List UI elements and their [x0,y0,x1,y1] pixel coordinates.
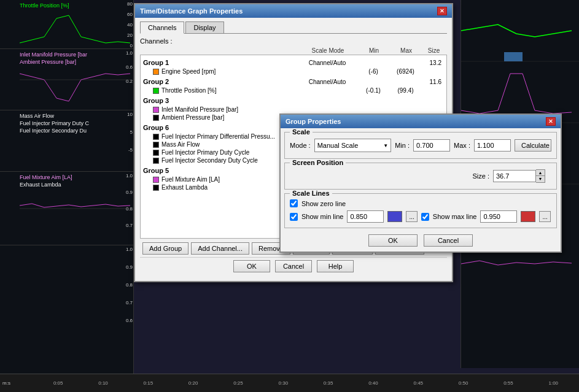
group-1-header: Group 1 Channel/Auto 13.2 [143,58,444,67]
td-dialog-close-button[interactable]: ✕ [437,7,447,15]
channel-name-fuel-mixture-aim: Fuel Mixture Aim [LA] [161,176,220,183]
calculate-button[interactable]: Calculate [515,139,551,152]
channel-color-ambient-pressure [153,115,159,121]
group-2-header: Group 2 Channel/Auto 11.6 [143,77,444,86]
max-line-value-input[interactable] [480,210,517,223]
show-max-line-checkbox[interactable] [421,213,429,221]
tick-2: 0:15 [144,380,153,386]
gp-dialog-close-button[interactable]: ✕ [546,117,556,126]
channel-min-engine-speed: (-6) [358,68,389,75]
show-zero-line-row: Show zero line [290,198,551,209]
tab-container: Channels Display [140,21,447,34]
tick-5: 0:30 [279,380,289,386]
channel-color-fuel-injector-diff [153,134,159,140]
max-line-color-button[interactable] [521,211,535,222]
channel-engine-speed[interactable]: Engine Speed [rpm] (-6) (6924) [143,67,444,75]
min-label: Min : [395,142,410,149]
max-input[interactable] [474,139,511,152]
td-dialog-titlebar: Time/Distance Graph Properties ✕ [135,4,452,18]
tab-display[interactable]: Display [185,21,223,33]
show-min-line-checkbox[interactable] [290,213,298,221]
scale-mode-row: Mode : Manual Scale ▼ Min : Max : Calcul… [290,136,551,155]
scale-lines-section: Scale Lines Show zero line Show min line… [284,193,557,228]
add-channel-button[interactable]: Add Channel... [191,242,249,255]
size-label: Size : [472,172,489,180]
channel-name-exhaust-lambda: Exhaust Lambda [161,184,208,191]
channel-name-fuel-injector-diff: Fuel Injector Primary Differential Press… [161,133,275,140]
mode-dropdown-value: Manual Scale [317,142,359,149]
tick-0: 0:05 [53,380,63,386]
group-3-name: Group 3 [143,97,297,104]
header-scale-mode: Scale Mode [297,47,359,54]
min-input[interactable] [413,139,450,152]
group-1-size: 13.2 [422,60,444,66]
size-input[interactable] [493,170,536,182]
tick-1: 0:10 [98,380,108,386]
size-up-button[interactable]: ▲ [536,170,545,176]
gp-ok-button[interactable]: OK [368,234,418,247]
max-line-dots-button[interactable]: ... [539,211,550,222]
size-down-button[interactable]: ▼ [536,176,545,182]
show-min-line-label: Show min line [301,213,343,220]
add-group-button[interactable]: Add Group [142,242,188,255]
min-line-dots-button[interactable]: ... [406,211,417,222]
gp-dialog-titlebar: Group Properties ✕ [281,115,561,128]
gp-cancel-button[interactable]: Cancel [424,234,473,247]
channel-color-exhaust-lambda [153,185,159,191]
td-dialog-footer: OK Cancel Help [140,257,447,277]
channel-min-throttle: (-0.1) [358,87,389,94]
td-dialog-title: Time/Distance Graph Properties [140,7,243,15]
header-min: Min [359,47,389,54]
group-2-name: Group 2 [143,78,297,85]
mass-air-flow-label: Mass Air Flow [20,113,54,119]
channel-max-engine-speed: (6924) [389,68,422,75]
throttle-chart [20,0,130,49]
svg-rect-5 [504,52,523,61]
channel-color-throttle [153,88,159,94]
tab-channels[interactable]: Channels [140,21,184,34]
channel-color-engine-speed [153,69,159,75]
group-6-name: Group 6 [143,124,297,131]
fuel-injector-secondary-duty-label: Fuel Injector Secondary Du [20,128,87,134]
channel-name-throttle: Throttle Position [%] [161,87,358,94]
group-3-header: Group 3 [143,96,444,106]
fuel-mixture-chart [20,172,130,245]
channel-color-fuel-mixture-aim [153,177,159,183]
td-help-button[interactable]: Help [317,260,354,272]
timeline-label: m:s [0,380,17,386]
td-ok-button[interactable]: OK [233,260,270,272]
group-2-size: 11.6 [422,79,444,85]
group-1-scale: Channel/Auto [297,60,358,66]
channel-color-mass-air-flow [153,142,159,148]
gp-dialog-footer: OK Cancel [281,232,561,252]
channel-color-fuel-injector-secondary-duty [153,158,159,164]
channel-color-inlet-manifold [153,107,159,113]
mode-dropdown[interactable]: Manual Scale ▼ [314,139,392,152]
show-zero-line-label: Show zero line [301,200,346,207]
gp-dialog-title: Group Properties [286,118,341,125]
fuel-injector-primary-duty-label: Fuel Injector Primary Duty C [20,120,89,126]
channel-color-fuel-injector-primary-duty [153,150,159,156]
tick-6: 0:35 [324,380,333,386]
channel-name-fuel-injector-primary-duty: Fuel Injector Primary Duty Cycle [161,149,249,156]
channel-inlet-manifold[interactable]: Inlet Manifold Pressure [bar] [143,106,444,113]
screen-position-title: Screen Position [290,159,346,166]
tick-7: 0:40 [368,380,378,386]
size-row: Size : ▲ ▼ [290,167,551,185]
min-line-value-input[interactable] [347,210,384,223]
mode-label: Mode : [290,142,311,149]
channel-name-engine-speed: Engine Speed [rpm] [161,68,358,75]
td-cancel-button[interactable]: Cancel [275,260,312,272]
tick-8: 0:45 [414,380,424,386]
group-2-scale: Channel/Auto [297,79,358,85]
show-zero-line-checkbox[interactable] [290,199,298,207]
channel-throttle-position[interactable]: Throttle Position [%] (-0.1) (99.4) [143,86,444,94]
max-label: Max : [454,142,470,149]
channels-label: Channels : [140,37,447,45]
min-line-color-button[interactable] [387,211,402,222]
tick-11: 1:00 [548,380,558,386]
tick-10: 0:55 [503,380,513,386]
tick-4: 0:25 [233,380,243,386]
screen-position-section: Screen Position Size : ▲ ▼ [284,163,557,190]
show-max-line-label: Show max line [433,213,477,220]
